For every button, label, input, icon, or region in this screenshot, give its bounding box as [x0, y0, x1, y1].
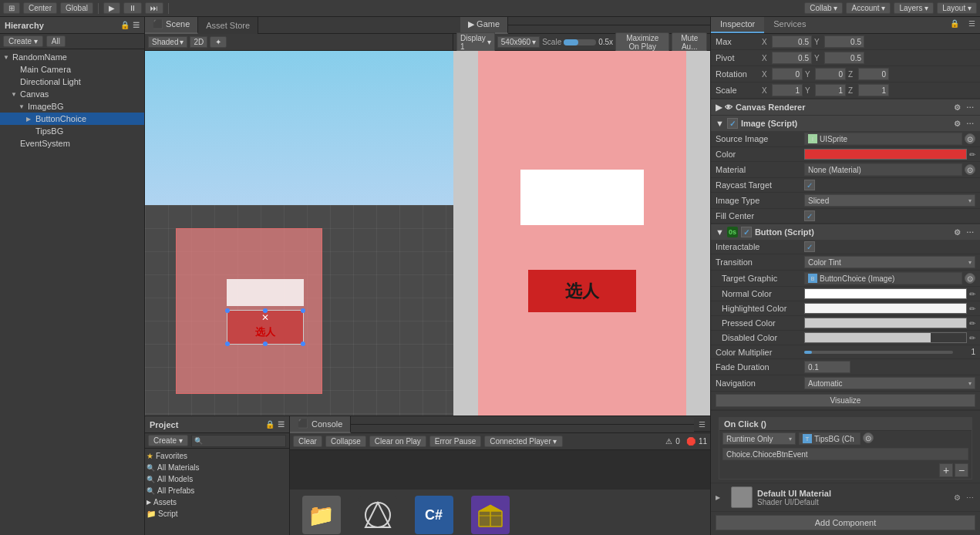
image-type-dropdown[interactable]: Sliced ▾ — [804, 194, 975, 207]
toolbar-global-btn[interactable]: Global — [60, 2, 93, 14]
asset-item-script[interactable]: 📁 Script — [296, 496, 346, 535]
favorites-all-materials[interactable]: 🔍 All Materials — [145, 462, 289, 473]
project-lock-icon[interactable]: 🔒 — [265, 420, 274, 429]
maximize-on-play-btn[interactable]: Maximize On Play — [615, 32, 669, 52]
assets-script-folder[interactable]: 📁 Script — [145, 508, 289, 520]
tree-item-buttonchoice[interactable]: ▶ ButtonChoice — [0, 113, 144, 125]
scene-canvas-rect[interactable]: ✕ 选人 — [176, 228, 322, 394]
pressed-color-edit[interactable]: ✏ — [969, 319, 975, 328]
runtime-only-dropdown[interactable]: Runtime Only ▾ — [722, 432, 796, 445]
asset-item-array[interactable]: Array — [352, 496, 402, 535]
account-btn[interactable]: Account ▾ — [846, 2, 891, 14]
add-component-btn[interactable]: Add Component — [716, 515, 975, 530]
scale-y-input[interactable] — [815, 84, 846, 96]
console-connected-player-btn[interactable]: Connected Player ▾ — [484, 436, 562, 447]
onclick-plus-btn[interactable]: + — [939, 463, 953, 477]
image-script-settings-icon[interactable]: ⚙ — [951, 118, 962, 129]
toolbar-hierarchy-btn[interactable]: ⊞ — [3, 2, 20, 14]
image-script-dots-icon[interactable]: ⋯ — [965, 118, 975, 129]
console-menu-icon[interactable]: ☰ — [694, 418, 710, 432]
scale-x-input[interactable] — [772, 84, 803, 96]
material-settings-icon[interactable]: ⚙ — [951, 492, 962, 503]
assets-header[interactable]: ▶ Assets — [145, 496, 289, 508]
interactable-checkbox[interactable] — [804, 241, 815, 252]
tree-item-random-name[interactable]: ▼ RandomName — [0, 51, 144, 63]
max-x-input[interactable] — [772, 35, 812, 48]
game-red-button[interactable]: 选人 — [528, 270, 636, 312]
onclick-object-field[interactable]: T TipsBG (Ch — [799, 432, 860, 445]
pivot-y-input[interactable] — [824, 52, 864, 64]
onclick-target-dot-btn[interactable]: ⊙ — [863, 432, 874, 443]
asset-item-randomgra[interactable]: RandomGra... — [465, 496, 515, 535]
tab-inspector[interactable]: Inspector — [711, 17, 764, 33]
button-script-settings-icon[interactable]: ⚙ — [951, 227, 962, 237]
tree-item-canvas[interactable]: ▼ Canvas — [0, 88, 144, 100]
pause-btn[interactable]: ⏸ — [123, 2, 142, 14]
favorites-header[interactable]: ★ Favorites — [145, 450, 289, 462]
scale-slider[interactable] — [564, 39, 596, 45]
material-dots-icon[interactable]: ⋯ — [965, 492, 975, 503]
max-y-input[interactable] — [824, 35, 864, 48]
shading-dropdown[interactable]: Shaded ▾ — [148, 36, 187, 48]
handle-bc[interactable] — [263, 342, 268, 346]
pivot-x-input[interactable] — [772, 52, 812, 64]
tab-game[interactable]: ▶ Game — [460, 17, 508, 34]
material-expand-arrow[interactable]: ▶ — [716, 494, 720, 501]
handle-br[interactable] — [301, 342, 305, 346]
layers-btn[interactable]: Layers ▾ — [894, 2, 934, 14]
layout-btn[interactable]: Layout ▾ — [937, 2, 977, 14]
fade-duration-input[interactable] — [804, 361, 850, 373]
favorites-all-models[interactable]: 🔍 All Models — [145, 473, 289, 485]
inspector-menu-icon[interactable]: ☰ — [964, 17, 980, 33]
onclick-fn-field[interactable]: Choice.ChioceBtnEvent — [722, 448, 968, 460]
canvas-renderer-settings-icon[interactable]: ⚙ — [951, 102, 962, 113]
color-multiplier-track[interactable] — [804, 351, 953, 354]
hierarchy-menu-icon[interactable]: ☰ — [133, 21, 140, 29]
console-error-pause-btn[interactable]: Error Pause — [429, 436, 481, 447]
target-graphic-field[interactable]: B ButtonChoice (Image) — [804, 272, 962, 284]
image-script-header[interactable]: ▼ Image (Script) ⚙ ⋯ — [711, 116, 980, 131]
tree-item-imagebg[interactable]: ▼ ImageBG — [0, 100, 144, 113]
raycast-target-checkbox[interactable] — [804, 180, 815, 190]
scene-extras-btn[interactable]: ✦ — [210, 36, 227, 48]
source-image-dot-btn[interactable]: ⊙ — [965, 133, 975, 144]
project-search[interactable]: 🔍 — [191, 435, 286, 447]
visualize-btn[interactable]: Visualize — [716, 394, 975, 407]
mute-audio-btn[interactable]: Mute Au... — [672, 32, 707, 52]
inspector-lock-icon[interactable]: 🔒 — [945, 17, 964, 33]
target-graphic-dot-btn[interactable]: ⊙ — [965, 273, 975, 284]
tree-item-eventsystem[interactable]: EventSystem — [0, 137, 144, 150]
collab-btn[interactable]: Collab ▾ — [804, 2, 843, 14]
disabled-color-bar[interactable] — [804, 332, 967, 343]
toolbar-center-btn[interactable]: Center — [23, 2, 57, 14]
normal-color-bar[interactable] — [804, 288, 967, 299]
handle-bl[interactable] — [225, 342, 230, 346]
resolution-dropdown[interactable]: 540x960 ▾ — [497, 36, 540, 48]
pressed-color-bar[interactable] — [804, 318, 967, 328]
highlighted-color-edit[interactable]: ✏ — [969, 305, 975, 313]
onclick-minus-btn[interactable]: − — [955, 463, 968, 477]
navigation-dropdown[interactable]: Automatic ▾ — [804, 377, 975, 389]
asset-item-myarray[interactable]: C# MyArray — [409, 496, 459, 535]
hierarchy-create-btn[interactable]: Create ▾ — [3, 35, 43, 47]
highlighted-color-bar[interactable] — [804, 303, 967, 314]
project-menu-icon[interactable]: ☰ — [278, 420, 285, 429]
handle-tc[interactable] — [263, 308, 268, 313]
image-material-field[interactable]: None (Material) — [804, 163, 962, 176]
scene-button-choice[interactable]: ✕ 选人 — [227, 310, 304, 345]
transition-dropdown[interactable]: Color Tint ▾ — [804, 256, 975, 268]
image-material-dot-btn[interactable]: ⊙ — [965, 164, 975, 175]
image-color-eyedropper[interactable]: ✏ — [969, 150, 975, 159]
console-clear-on-play-btn[interactable]: Clear on Play — [369, 436, 426, 447]
fill-center-checkbox[interactable] — [804, 210, 815, 221]
button-script-header[interactable]: ▼ 0s Button (Script) ⚙ ⋯ — [711, 224, 980, 240]
project-create-btn[interactable]: Create ▾ — [148, 435, 188, 446]
tab-services[interactable]: Services — [764, 17, 815, 33]
rot-y-input[interactable] — [815, 68, 846, 80]
tab-scene[interactable]: ⬛ Scene — [145, 17, 198, 34]
tree-item-dir-light[interactable]: Directional Light — [0, 76, 144, 88]
rot-z-input[interactable] — [858, 68, 889, 80]
source-image-field[interactable]: I UISprite — [804, 133, 962, 145]
image-color-bar[interactable] — [804, 149, 967, 160]
normal-color-edit[interactable]: ✏ — [969, 290, 975, 298]
